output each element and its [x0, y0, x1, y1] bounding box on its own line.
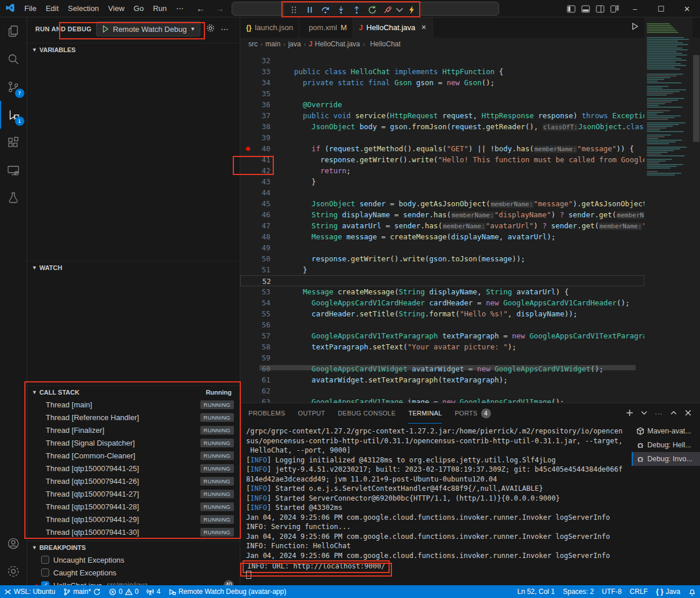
maximize-button[interactable]: ☐ — [648, 0, 674, 17]
code-line[interactable]: 48 Message message = createMessage(displ… — [240, 231, 644, 242]
code-line[interactable]: 50 response.getWriter().write(gson.toJso… — [240, 253, 644, 264]
code-line[interactable]: 43 } — [240, 176, 644, 187]
customize-layout-icon[interactable] — [610, 5, 619, 13]
watch-section-header[interactable]: ▼ WATCH — [27, 261, 240, 274]
breakpoint-row[interactable]: Uncaught Exceptions — [27, 553, 240, 566]
activity-search[interactable] — [0, 45, 27, 73]
status-remote-indicator[interactable]: WSL: Ubuntu — [0, 585, 59, 598]
panel-tab-output[interactable]: OUTPUT — [298, 403, 325, 424]
status-debug-session[interactable]: Remote Watch Debug (avatar-app) — [164, 585, 290, 598]
breakpoint-marker[interactable] — [240, 264, 255, 275]
code-line[interactable]: 42 return; — [240, 165, 644, 176]
breakpoint-marker[interactable] — [240, 374, 255, 385]
code-line[interactable]: 34 private static final Gson gson = new … — [240, 77, 644, 88]
terminal-list-item[interactable]: Maven-avat... — [632, 424, 700, 438]
breakpoint-row[interactable]: Caught Exceptions — [27, 566, 240, 579]
thread-row[interactable]: Thread [qtp1500079441-25]RUNNING — [27, 462, 240, 475]
chevron-down-button[interactable] — [395, 3, 404, 17]
breakpoint-marker[interactable] — [240, 286, 255, 297]
breakpoint-checkbox[interactable] — [41, 568, 49, 577]
more-actions-icon[interactable]: ⋯ — [221, 25, 228, 34]
panel-tab-debug-console[interactable]: DEBUG CONSOLE — [338, 403, 396, 424]
breakpoint-marker[interactable] — [240, 110, 255, 121]
code-line[interactable]: 32 — [240, 55, 644, 66]
code-line[interactable]: 38 JsonObject body = gson.fromJson(reque… — [240, 121, 644, 132]
breakpoint-marker[interactable] — [240, 99, 255, 110]
code-line[interactable]: ●40 if (request.getMethod().equals("GET"… — [240, 143, 644, 154]
status-language-mode[interactable]: { }Java — [652, 585, 684, 598]
code-line[interactable]: 33public class HelloChat implements Http… — [240, 66, 644, 77]
code-line[interactable]: 36 @Override — [240, 99, 644, 110]
breakpoint-marker[interactable] — [241, 276, 256, 286]
thread-row[interactable]: Thread [qtp1500079441-30]RUNNING — [27, 526, 240, 538]
code-line[interactable]: 61 avatarWidget.setTextParagraph(textPar… — [240, 374, 644, 385]
menu-edit[interactable]: Edit — [41, 0, 63, 17]
breakpoint-marker[interactable] — [240, 319, 255, 330]
thread-row[interactable]: Thread [Finalizer]RUNNING — [27, 424, 240, 436]
thread-row[interactable]: Thread [Common-Cleaner]RUNNING — [27, 449, 240, 462]
activity-run-and-debug[interactable]: 1 — [0, 101, 27, 129]
toggle-panel-icon[interactable] — [581, 5, 590, 13]
breadcrumb-item[interactable]: java — [288, 40, 301, 48]
tab-hellochat-java[interactable]: JHelloChat.java✕ — [353, 17, 433, 38]
breakpoint-marker[interactable] — [240, 55, 255, 66]
vertical-scrollbar[interactable] — [692, 17, 700, 403]
plus-icon[interactable] — [626, 409, 633, 418]
disconnect-button[interactable] — [380, 3, 395, 17]
breakpoint-marker[interactable] — [240, 176, 255, 187]
toggle-sidebar-icon[interactable] — [567, 5, 576, 13]
menu-run[interactable]: Run — [148, 0, 171, 17]
menu-view[interactable]: View — [104, 0, 129, 17]
start-debug-icon[interactable] — [101, 25, 109, 33]
horizontal-scrollbar[interactable] — [259, 365, 636, 370]
activity-explorer[interactable] — [0, 17, 27, 45]
menu-selection[interactable]: Selection — [63, 0, 103, 17]
code-line[interactable]: 37 public void service(HttpRequest reque… — [240, 110, 644, 121]
close-button[interactable]: ✕ — [674, 0, 700, 17]
menu-more[interactable]: ⋯ — [171, 0, 188, 17]
restart-button[interactable] — [364, 3, 380, 17]
thread-row[interactable]: Thread [main]RUNNING — [27, 398, 240, 411]
code-line[interactable]: 62 — [240, 385, 644, 396]
tab-pom-xml[interactable]: pom.xmlM — [299, 17, 353, 38]
breadcrumb[interactable]: src›main›java›JHelloChat.java›HelloChat — [240, 38, 700, 50]
activity-settings[interactable] — [0, 557, 27, 585]
code-line[interactable]: 51 } — [240, 264, 644, 275]
activity-extensions[interactable] — [0, 129, 27, 156]
code-line[interactable]: 55 cardHeader.setTitle(String.format("He… — [240, 308, 644, 319]
code-line[interactable]: 58 textParagraph.setText("Your avatar pi… — [240, 341, 644, 352]
activity-testing[interactable] — [0, 184, 27, 212]
code-line[interactable]: 57 GoogleAppsCardV1TextParagraph textPar… — [240, 330, 644, 341]
menu-file[interactable]: File — [20, 0, 41, 17]
breakpoint-marker[interactable] — [240, 165, 255, 176]
breakpoint-marker[interactable] — [240, 66, 255, 77]
thread-row[interactable]: Thread [qtp1500079441-29]RUNNING — [27, 513, 240, 526]
status-cursor-position[interactable]: Ln 52, Col 1 — [514, 585, 559, 598]
breakpoint-marker[interactable] — [240, 77, 255, 88]
status-indentation[interactable]: Spaces: 2 — [559, 585, 598, 598]
pause-button[interactable] — [302, 3, 317, 17]
close-tab-icon[interactable]: ✕ — [421, 24, 426, 31]
status-git-branch[interactable]: main* — [59, 585, 105, 598]
more-icon[interactable]: ··· — [655, 410, 663, 417]
breakpoint-marker[interactable] — [240, 132, 255, 143]
launch-config-dropdown[interactable]: Remote Watch Debug ▼ — [96, 21, 200, 37]
breakpoint-marker[interactable] — [240, 220, 255, 231]
code-line[interactable]: 45 JsonObject sender = body.getAsJsonObj… — [240, 198, 644, 209]
code-line[interactable]: 52 — [240, 275, 644, 286]
code-line[interactable]: 63 GoogleAppsCardV1Image image = new Goo… — [240, 396, 644, 403]
breakpoint-marker[interactable] — [240, 187, 255, 198]
code-editor[interactable]: 3233public class HelloChat implements Ht… — [240, 50, 644, 403]
terminal-list-item[interactable]: Debug: Invo... — [632, 452, 700, 466]
thread-row[interactable]: Thread [qtp1500079441-28]RUNNING — [27, 500, 240, 513]
run-play-icon[interactable] — [631, 22, 639, 33]
code-line[interactable]: 56 — [240, 319, 644, 330]
breadcrumb-item[interactable]: JHelloChat.java — [309, 40, 360, 48]
variables-section-header[interactable]: ▼ VARIABLES — [27, 43, 240, 56]
code-line[interactable]: 54 GoogleAppsCardV1CardHeader cardHeader… — [240, 297, 644, 308]
terminal-output[interactable]: /grpc/grpc-context/1.27.2/grpc-context-1… — [240, 424, 632, 586]
breakpoint-marker[interactable] — [240, 154, 255, 165]
breakpoint-marker[interactable] — [240, 198, 255, 209]
scrollbar-thumb[interactable] — [693, 55, 699, 142]
thread-row[interactable]: Thread [Signal Dispatcher]RUNNING — [27, 436, 240, 449]
